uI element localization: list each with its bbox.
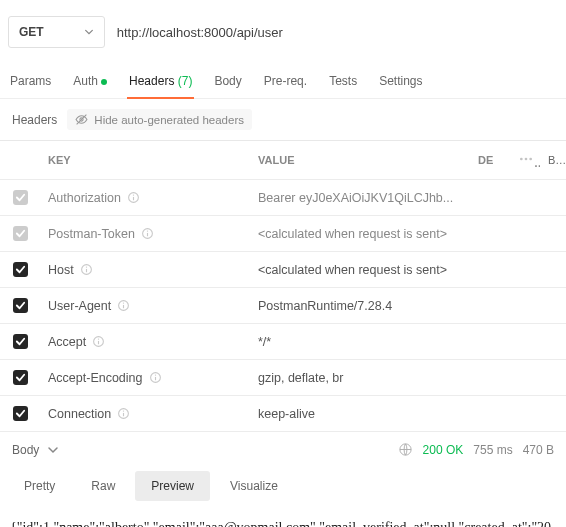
table-row[interactable]: Host<calculated when request is sent> <box>0 252 566 288</box>
table-row[interactable]: User-AgentPostmanRuntime/7.28.4 <box>0 288 566 324</box>
resp-tab-raw[interactable]: Raw <box>75 471 131 501</box>
tab-params[interactable]: Params <box>8 68 53 98</box>
eye-off-icon <box>75 113 88 126</box>
header-key[interactable]: Postman-Token <box>40 217 250 251</box>
info-icon <box>127 191 140 204</box>
row-checkbox[interactable] <box>13 370 28 385</box>
row-checkbox[interactable] <box>13 190 28 205</box>
info-icon <box>117 407 130 420</box>
response-tabs: Pretty Raw Preview Visualize <box>0 467 566 505</box>
svg-point-22 <box>154 374 155 375</box>
col-value: VALUE <box>250 144 470 176</box>
row-checkbox[interactable] <box>13 262 28 277</box>
svg-point-13 <box>86 266 87 267</box>
headers-table: KEY VALUE DE Bulk AuthorizationBearer ey… <box>0 140 566 432</box>
header-value[interactable]: <calculated when request is sent> <box>250 253 470 287</box>
svg-point-19 <box>98 338 99 339</box>
table-row[interactable]: Connectionkeep-alive <box>0 396 566 432</box>
row-checkbox[interactable] <box>13 334 28 349</box>
resp-tab-pretty[interactable]: Pretty <box>8 471 71 501</box>
request-tabs: Params Auth Headers (7) Body Pre-req. Te… <box>0 60 566 99</box>
headers-toolbar: Headers Hide auto-generated headers <box>0 99 566 140</box>
svg-point-10 <box>147 230 148 231</box>
table-row[interactable]: Accept*/* <box>0 324 566 360</box>
resp-tab-preview[interactable]: Preview <box>135 471 210 501</box>
info-icon <box>92 335 105 348</box>
request-bar: GET <box>0 0 566 60</box>
header-value[interactable]: gzip, deflate, br <box>250 361 470 395</box>
col-de: DE <box>470 144 510 176</box>
svg-point-25 <box>123 410 124 411</box>
status-code: 200 OK <box>423 443 464 457</box>
row-checkbox[interactable] <box>13 406 28 421</box>
header-value[interactable]: keep-alive <box>250 397 470 431</box>
info-icon <box>141 227 154 240</box>
header-key[interactable]: Host <box>40 253 250 287</box>
header-value[interactable]: */* <box>250 325 470 359</box>
header-value[interactable]: Bearer eyJ0eXAiOiJKV1QiLCJhb... <box>250 181 470 215</box>
row-checkbox[interactable] <box>13 226 28 241</box>
info-icon <box>80 263 93 276</box>
headers-count: (7) <box>178 74 193 88</box>
svg-point-4 <box>529 158 532 161</box>
method-label: GET <box>19 25 44 39</box>
svg-point-2 <box>520 158 523 161</box>
header-key[interactable]: Connection <box>40 397 250 431</box>
info-icon <box>149 371 162 384</box>
header-key[interactable]: Authorization <box>40 181 250 215</box>
tab-body[interactable]: Body <box>212 68 243 98</box>
dots-horizontal-icon <box>518 151 534 167</box>
dot-indicator-icon <box>101 79 107 85</box>
chevron-down-icon[interactable] <box>47 444 59 456</box>
globe-icon[interactable] <box>398 442 413 457</box>
method-select[interactable]: GET <box>8 16 105 48</box>
header-value[interactable]: PostmanRuntime/7.28.4 <box>250 289 470 323</box>
col-key: KEY <box>40 144 250 176</box>
svg-point-16 <box>123 302 124 303</box>
response-size: 470 B <box>523 443 554 457</box>
svg-point-3 <box>525 158 528 161</box>
headers-label: Headers <box>12 113 57 127</box>
info-icon <box>117 299 130 312</box>
header-key[interactable]: Accept <box>40 325 250 359</box>
tab-prereq[interactable]: Pre-req. <box>262 68 309 98</box>
table-row[interactable]: AuthorizationBearer eyJ0eXAiOiJKV1QiLCJh… <box>0 180 566 216</box>
header-key[interactable]: Accept-Encoding <box>40 361 250 395</box>
tab-settings[interactable]: Settings <box>377 68 424 98</box>
table-header-row: KEY VALUE DE Bulk <box>0 141 566 180</box>
response-time: 755 ms <box>473 443 512 457</box>
chevron-down-icon <box>84 27 94 37</box>
response-body: {"id":1,"name":"alberto","email":"aaa@yo… <box>0 505 566 527</box>
col-bulk[interactable]: Bulk <box>540 144 566 176</box>
tab-headers[interactable]: Headers (7) <box>127 68 194 98</box>
col-options[interactable] <box>510 141 540 179</box>
row-checkbox[interactable] <box>13 298 28 313</box>
response-bar: Body 200 OK 755 ms 470 B <box>0 432 566 467</box>
header-key[interactable]: User-Agent <box>40 289 250 323</box>
url-input[interactable] <box>113 17 558 48</box>
tab-tests[interactable]: Tests <box>327 68 359 98</box>
tab-auth[interactable]: Auth <box>71 68 109 98</box>
resp-tab-visualize[interactable]: Visualize <box>214 471 294 501</box>
table-row[interactable]: Accept-Encodinggzip, deflate, br <box>0 360 566 396</box>
header-value[interactable]: <calculated when request is sent> <box>250 217 470 251</box>
table-row[interactable]: Postman-Token<calculated when request is… <box>0 216 566 252</box>
response-section-label[interactable]: Body <box>12 443 39 457</box>
svg-point-7 <box>133 194 134 195</box>
hide-auto-headers-button[interactable]: Hide auto-generated headers <box>67 109 252 130</box>
